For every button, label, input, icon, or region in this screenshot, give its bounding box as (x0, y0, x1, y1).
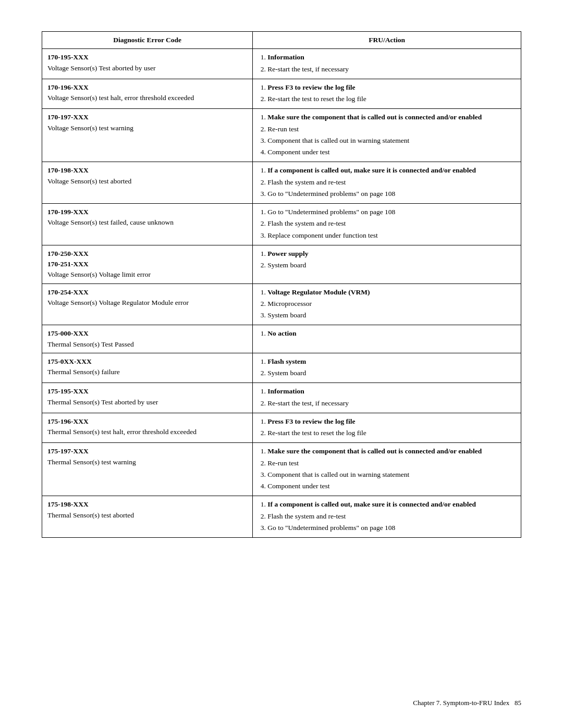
action-item: If a component is called out, make sure … (267, 165, 516, 176)
fru-action-cell: If a component is called out, make sure … (253, 162, 521, 204)
error-code: 175-000-XXX (47, 329, 89, 337)
error-desc: Thermal Sensor(s) failure (47, 368, 120, 376)
error-code: 175-198-XXX (47, 500, 89, 508)
col-header-code: Diagnostic Error Code (42, 32, 253, 49)
error-desc: Thermal Sensor(s) Test Passed (47, 340, 134, 348)
action-list: InformationRe-start the test, if necessa… (267, 52, 516, 75)
action-bold: Voltage Regulator Module (VRM) (267, 288, 370, 296)
error-code-cell: 170-250-XXX170-251-XXXVoltage Sensor(s) … (42, 245, 253, 283)
action-bold: Make sure the component that is called o… (267, 113, 482, 121)
fru-action-cell: Press F3 to review the log fileRe-start … (253, 79, 521, 109)
error-code: 170-254-XXX (47, 288, 89, 296)
error-desc: Voltage Sensor(s) Voltage limit error (47, 270, 151, 278)
action-item: Information (267, 386, 516, 397)
action-bold: If a component is called out, make sure … (267, 500, 476, 508)
table-row: 175-197-XXXThermal Sensor(s) test warnin… (42, 443, 521, 496)
table-row: 175-198-XXXThermal Sensor(s) test aborte… (42, 496, 521, 538)
action-list: Make sure the component that is called o… (267, 112, 516, 157)
action-bold: If a component is called out, make sure … (267, 166, 476, 174)
error-code: 170-195-XXX (47, 53, 89, 61)
error-code-cell: 175-198-XXXThermal Sensor(s) test aborte… (42, 496, 253, 538)
error-code: 170-197-XXX (47, 113, 89, 121)
action-item: Re-start the test, if necessary (267, 398, 516, 409)
action-bold: Make sure the component that is called o… (267, 447, 482, 455)
table-row: 175-196-XXXThermal Sensor(s) test halt, … (42, 413, 521, 443)
action-item: Flash the system and re-test (267, 218, 516, 229)
table-row: 175-195-XXXThermal Sensor(s) Test aborte… (42, 383, 521, 413)
error-desc: Thermal Sensor(s) test warning (47, 458, 136, 466)
fru-action-cell: No action (253, 325, 521, 353)
action-item: Microprocessor (267, 299, 516, 309)
fru-action-cell: Make sure the component that is called o… (253, 109, 521, 162)
action-item: Go to "Undetermined problems" on page 10… (267, 207, 516, 217)
action-list: If a component is called out, make sure … (267, 165, 516, 199)
error-code-cell: 175-0XX-XXXThermal Sensor(s) failure (42, 353, 253, 383)
action-item: No action (267, 328, 516, 339)
error-code-cell: 170-198-XXXVoltage Sensor(s) test aborte… (42, 162, 253, 204)
error-desc: Voltage Sensor(s) Test aborted by user (47, 64, 155, 72)
action-item: Make sure the component that is called o… (267, 446, 516, 456)
action-list: Press F3 to review the log fileRe-start … (267, 416, 516, 439)
action-item: Component that is called out in warning … (267, 470, 516, 480)
error-code-cell: 170-196-XXXVoltage Sensor(s) test halt, … (42, 79, 253, 109)
error-desc: Thermal Sensor(s) test halt, error thres… (47, 428, 197, 436)
error-code-cell: 175-197-XXXThermal Sensor(s) test warnin… (42, 443, 253, 496)
error-code: 175-196-XXX (47, 417, 89, 425)
action-item: Power supply (267, 249, 516, 259)
table-row: 170-196-XXXVoltage Sensor(s) test halt, … (42, 79, 521, 109)
action-list: Press F3 to review the log fileRe-start … (267, 82, 516, 105)
action-bold: Information (267, 387, 304, 395)
col-header-fru: FRU/Action (253, 32, 521, 49)
action-item: Re-start the test to reset the log file (267, 94, 516, 104)
table-row: 175-000-XXXThermal Sensor(s) Test Passed… (42, 325, 521, 353)
fru-action-cell: Flash systemSystem board (253, 353, 521, 383)
fru-action-cell: InformationRe-start the test, if necessa… (253, 383, 521, 413)
action-item: Voltage Regulator Module (VRM) (267, 287, 516, 298)
action-item: Component under test (267, 481, 516, 491)
error-desc: Voltage Sensor(s) Voltage Regulator Modu… (47, 299, 189, 306)
error-code: 170-250-XXX (47, 250, 89, 257)
fru-action-cell: Make sure the component that is called o… (253, 443, 521, 496)
diagnostic-table: Diagnostic Error Code FRU/Action 170-195… (42, 31, 521, 538)
action-list: No action (267, 328, 516, 339)
action-item: Flash the system and re-test (267, 511, 516, 522)
action-bold: No action (267, 329, 296, 337)
action-list: Go to "Undetermined problems" on page 10… (267, 207, 516, 241)
fru-action-cell: InformationRe-start the test, if necessa… (253, 49, 521, 79)
error-code-cell: 170-199-XXXVoltage Sensor(s) test failed… (42, 204, 253, 245)
table-row: 170-198-XXXVoltage Sensor(s) test aborte… (42, 162, 521, 204)
footer-page: 85 (515, 699, 521, 707)
page-footer: Chapter 7. Symptom-to-FRU Index 85 (413, 699, 521, 707)
error-code: 170-251-XXX (47, 260, 89, 268)
action-item: Go to "Undetermined problems" on page 10… (267, 523, 516, 533)
error-code: 175-0XX-XXX (47, 357, 92, 365)
error-desc: Voltage Sensor(s) test warning (47, 124, 133, 132)
action-list: Voltage Regulator Module (VRM)Microproce… (267, 287, 516, 321)
action-bold: Press F3 to review the log file (267, 417, 355, 425)
action-item: Component under test (267, 147, 516, 157)
fru-action-cell: Press F3 to review the log fileRe-start … (253, 413, 521, 443)
action-item: System board (267, 368, 516, 378)
error-desc: Voltage Sensor(s) test halt, error thres… (47, 94, 194, 102)
table-row: 175-0XX-XXXThermal Sensor(s) failureFlas… (42, 353, 521, 383)
error-code-cell: 175-000-XXXThermal Sensor(s) Test Passed (42, 325, 253, 353)
action-item: Re-start the test, if necessary (267, 64, 516, 75)
action-item: Re-start the test to reset the log file (267, 428, 516, 438)
action-item: Press F3 to review the log file (267, 82, 516, 93)
action-item: System board (267, 310, 516, 320)
table-row: 170-199-XXXVoltage Sensor(s) test failed… (42, 204, 521, 245)
error-code: 170-199-XXX (47, 208, 89, 216)
fru-action-cell: Go to "Undetermined problems" on page 10… (253, 204, 521, 245)
action-bold: Flash system (267, 357, 306, 365)
footer-chapter: Chapter 7. Symptom-to-FRU Index (413, 699, 509, 707)
table-row: 170-254-XXXVoltage Sensor(s) Voltage Reg… (42, 283, 521, 325)
action-item: Make sure the component that is called o… (267, 112, 516, 122)
action-item: Re-run test (267, 124, 516, 134)
error-code-cell: 170-254-XXXVoltage Sensor(s) Voltage Reg… (42, 283, 253, 325)
action-bold: Information (267, 53, 304, 61)
action-item: Go to "Undetermined problems" on page 10… (267, 189, 516, 199)
action-item: Press F3 to review the log file (267, 416, 516, 427)
table-row: 170-197-XXXVoltage Sensor(s) test warnin… (42, 109, 521, 162)
action-list: Flash systemSystem board (267, 356, 516, 379)
table-row: 170-195-XXXVoltage Sensor(s) Test aborte… (42, 49, 521, 79)
